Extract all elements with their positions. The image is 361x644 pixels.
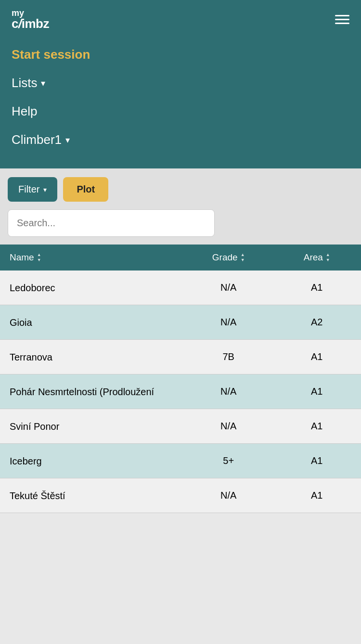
column-header-area[interactable]: Area <box>272 245 361 270</box>
cell-area: A1 <box>272 483 361 508</box>
hamburger-line-2 <box>335 19 349 20</box>
plot-button-label: Plot <box>77 184 95 194</box>
cell-name: Tekuté Štěstí <box>0 483 184 509</box>
cell-area: A1 <box>272 379 361 404</box>
table-header: Name Grade Area <box>0 245 361 270</box>
table-row[interactable]: Terranova 7B A1 <box>0 340 361 374</box>
table-row[interactable]: Sviní Ponor N/A A1 <box>0 409 361 444</box>
cell-grade: 5+ <box>184 449 273 473</box>
lists-dropdown-arrow-icon: ▾ <box>41 78 45 89</box>
table-body: Ledoborec N/A A1 Gioia N/A A2 Terranova … <box>0 270 361 513</box>
nav-item-user[interactable]: Climber1 ▾ <box>12 126 349 154</box>
table-row[interactable]: Tekuté Štěstí N/A A1 <box>0 478 361 513</box>
header-top: my c/imbz <box>0 0 361 36</box>
search-input[interactable] <box>8 209 215 237</box>
logo-climbz: c/imbz <box>12 17 49 30</box>
cell-grade: N/A <box>184 483 273 508</box>
cell-area: A1 <box>272 275 361 300</box>
logo: my c/imbz <box>12 9 49 30</box>
cell-grade: N/A <box>184 379 273 404</box>
cell-grade: N/A <box>184 414 273 438</box>
sort-grade-icon <box>241 253 245 262</box>
cell-name: Sviní Ponor <box>0 413 184 439</box>
cell-area: A1 <box>272 414 361 438</box>
column-header-name[interactable]: Name <box>0 245 184 270</box>
cell-name: Iceberg <box>0 448 184 474</box>
cell-area: A1 <box>272 449 361 473</box>
cell-name: Terranova <box>0 344 184 370</box>
start-session-label: Start session <box>12 47 90 62</box>
nav-menu: Start session Lists ▾ Help Climber1 ▾ <box>0 36 361 168</box>
filter-dropdown-arrow-icon: ▾ <box>43 186 47 193</box>
routes-table: Name Grade Area Ledoborec N/A A1 Gioia N… <box>0 245 361 513</box>
nav-item-lists[interactable]: Lists ▾ <box>12 69 349 97</box>
filter-button-label: Filter <box>18 184 39 195</box>
sort-name-icon <box>37 253 41 262</box>
cell-area: A2 <box>272 310 361 335</box>
sort-area-icon <box>326 253 330 262</box>
plot-button[interactable]: Plot <box>63 177 108 202</box>
table-row[interactable]: Pohár Nesmrtelnosti (Prodloužení N/A A1 <box>0 374 361 409</box>
header: my c/imbz Start session Lists ▾ Help Cli… <box>0 0 361 168</box>
cell-grade: 7B <box>184 345 273 369</box>
cell-grade: N/A <box>184 275 273 300</box>
cell-area: A1 <box>272 345 361 369</box>
table-row[interactable]: Ledoborec N/A A1 <box>0 270 361 305</box>
nav-item-start-session[interactable]: Start session <box>12 40 349 69</box>
column-header-grade[interactable]: Grade <box>184 245 273 270</box>
cell-name: Pohár Nesmrtelnosti (Prodloužení <box>0 379 184 405</box>
user-dropdown-arrow-icon: ▾ <box>65 135 70 145</box>
hamburger-menu-icon[interactable] <box>335 15 349 24</box>
lists-label: Lists <box>12 76 37 90</box>
help-label: Help <box>12 104 37 119</box>
nav-item-help[interactable]: Help <box>12 97 349 126</box>
hamburger-line-1 <box>335 15 349 16</box>
toolbar: Filter ▾ Plot <box>0 168 361 209</box>
filter-button[interactable]: Filter ▾ <box>8 177 57 202</box>
cell-name: Gioia <box>0 309 184 335</box>
table-row[interactable]: Gioia N/A A2 <box>0 305 361 340</box>
hamburger-line-3 <box>335 23 349 24</box>
user-label: Climber1 <box>12 132 62 147</box>
cell-grade: N/A <box>184 310 273 335</box>
cell-name: Ledoborec <box>0 275 184 301</box>
search-container <box>0 209 361 245</box>
table-row[interactable]: Iceberg 5+ A1 <box>0 444 361 478</box>
